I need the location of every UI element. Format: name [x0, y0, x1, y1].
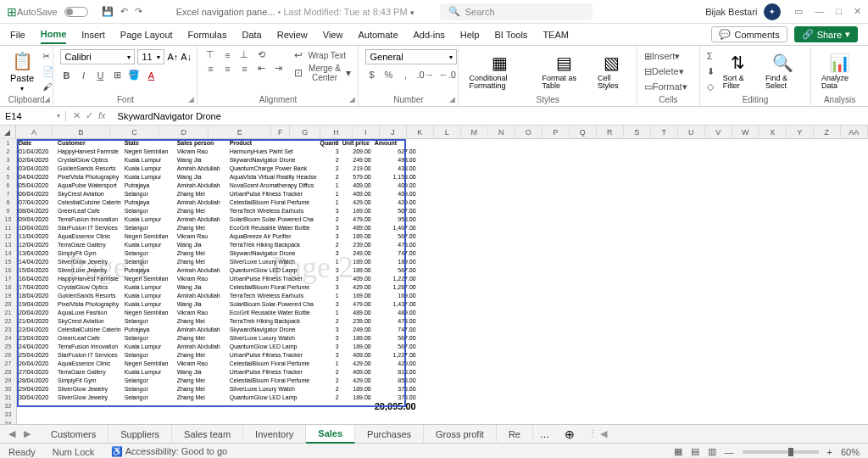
sheet-tab-suppliers[interactable]: Suppliers	[108, 425, 172, 444]
clear-icon[interactable]: ◇	[707, 80, 715, 93]
col-header[interactable]: P	[542, 126, 570, 139]
currency-icon[interactable]: $	[365, 70, 377, 80]
enter-formula-icon[interactable]: ✓	[86, 110, 93, 121]
align-top-icon[interactable]: ⊤	[204, 49, 216, 60]
fill-icon[interactable]: ⬇	[707, 64, 715, 78]
percent-icon[interactable]: %	[382, 70, 394, 80]
fx-icon[interactable]: fx	[98, 110, 106, 121]
ribbon-mode-icon[interactable]: ▭	[794, 6, 803, 17]
dec-decimal-icon[interactable]: ←.0	[439, 70, 456, 80]
font-color-icon[interactable]: A	[145, 70, 157, 81]
tab-file[interactable]: File	[10, 26, 25, 43]
align-left-icon[interactable]: ≡	[204, 64, 216, 74]
autosave-toggle[interactable]: AutoSave	[17, 7, 92, 17]
font-name-combo[interactable]: Calibri▾	[60, 49, 135, 64]
sheet-prev-icon[interactable]: ◀	[8, 428, 15, 439]
sheet-tab-sales-team[interactable]: Sales team	[172, 425, 243, 444]
sheet-tab-sales[interactable]: Sales	[306, 425, 355, 444]
col-header[interactable]: Q	[570, 126, 597, 139]
col-header[interactable]: M	[461, 126, 488, 139]
align-bottom-icon[interactable]: ⊥	[238, 49, 250, 60]
increase-font-icon[interactable]: A↑	[167, 52, 178, 62]
sheet-tab-purchases[interactable]: Purchases	[355, 425, 424, 444]
tab-add-ins[interactable]: Add-ins	[414, 26, 445, 43]
view-normal-icon[interactable]: ▦	[674, 446, 682, 457]
zoom-out-icon[interactable]: —	[725, 447, 734, 457]
col-header[interactable]: I	[353, 126, 380, 139]
align-center-icon[interactable]: ≡	[221, 64, 233, 74]
col-header[interactable]: N	[488, 126, 515, 139]
sort-filter-button[interactable]: ⇅Sort & Filter	[720, 49, 757, 93]
cut-icon[interactable]: ✂	[42, 49, 54, 63]
new-sheet-icon[interactable]: ⊕	[556, 427, 583, 441]
col-header[interactable]: T	[651, 126, 678, 139]
col-header[interactable]: F	[271, 126, 291, 139]
col-header[interactable]: K	[407, 126, 434, 139]
insert-button[interactable]: ⊞ Insert ▾	[644, 49, 687, 63]
orientation-icon[interactable]: ⟲	[255, 49, 267, 60]
user-account[interactable]: Bijak Bestari✦	[705, 3, 781, 20]
align-middle-icon[interactable]: ≡	[221, 50, 233, 60]
italic-icon[interactable]: I	[77, 70, 89, 81]
view-pagebreak-icon[interactable]: ▥	[708, 446, 716, 457]
dialog-launcher-icon[interactable]: ◢	[349, 95, 355, 103]
col-header[interactable]: R	[597, 126, 624, 139]
zoom-slider[interactable]	[743, 450, 819, 454]
conditional-formatting-button[interactable]: ▦Conditional Formatting	[465, 49, 533, 93]
col-header[interactable]: Y	[787, 126, 814, 139]
dialog-launcher-icon[interactable]: ◢	[449, 95, 455, 103]
col-header[interactable]: S	[624, 126, 651, 139]
copy-icon[interactable]: 📄	[42, 64, 54, 78]
col-header[interactable]: D	[159, 126, 209, 139]
column-headers[interactable]: ◢ ABCDEFGHIJKLMNOPQRSTUVWXYZAA	[0, 126, 868, 139]
analyze-data-button[interactable]: 📊Analyze Data	[818, 49, 861, 93]
col-header[interactable]: A	[16, 126, 53, 139]
status-accessibility[interactable]: ♿ Accessibility: Good to go	[111, 446, 227, 457]
col-header[interactable]: Z	[814, 126, 841, 139]
close-icon[interactable]: ✕	[854, 6, 861, 17]
col-header[interactable]: X	[760, 126, 787, 139]
col-header[interactable]: O	[515, 126, 542, 139]
maximize-icon[interactable]: □	[836, 6, 842, 17]
dialog-launcher-icon[interactable]: ◢	[44, 95, 50, 103]
share-button[interactable]: 🔗 Share ▾	[794, 26, 858, 42]
paste-button[interactable]: 📋Paste▾	[7, 49, 37, 93]
tab-formulas[interactable]: Formulas	[188, 26, 227, 43]
border-icon[interactable]: ⊞	[111, 70, 123, 81]
redo-icon[interactable]: ↷	[135, 6, 142, 17]
col-header[interactable]: U	[678, 126, 705, 139]
dialog-launcher-icon[interactable]: ◢	[188, 95, 194, 103]
cancel-formula-icon[interactable]: ✕	[73, 110, 81, 121]
tab-bi-tools[interactable]: BI Tools	[494, 26, 527, 43]
name-box[interactable]: E14▾	[0, 111, 66, 121]
format-button[interactable]: ▭ Format ▾	[644, 80, 687, 93]
tab-automate[interactable]: Automate	[358, 26, 398, 43]
tab-data[interactable]: Data	[242, 26, 261, 43]
col-header[interactable]: C	[110, 126, 159, 139]
search-box[interactable]: 🔍 Search	[440, 3, 593, 20]
tab-view[interactable]: View	[323, 26, 343, 43]
tab-page-layout[interactable]: Page Layout	[120, 26, 173, 43]
cell-styles-button[interactable]: ▧Cell Styles	[594, 49, 630, 93]
tab-review[interactable]: Review	[277, 26, 308, 43]
tab-help[interactable]: Help	[460, 26, 480, 43]
formula-bar[interactable]: SkywardNavigator Drone	[113, 111, 868, 121]
view-pagelayout-icon[interactable]: ▤	[691, 446, 699, 457]
sheet-tab-inventory[interactable]: Inventory	[243, 425, 306, 444]
select-all-triangle[interactable]: ◢	[0, 126, 16, 139]
col-header[interactable]: W	[732, 126, 760, 139]
data-table[interactable]: DateCustomerStateSales personProductQuan…	[17, 139, 418, 412]
format-as-table-button[interactable]: ▤Format as Table	[539, 49, 589, 93]
zoom-level[interactable]: 60%	[841, 447, 860, 457]
format-painter-icon[interactable]: 🖌	[42, 80, 54, 93]
align-right-icon[interactable]: ≡	[238, 64, 250, 74]
col-header[interactable]: L	[434, 126, 461, 139]
col-header[interactable]: B	[53, 126, 110, 139]
font-size-combo[interactable]: 11▾	[137, 49, 164, 64]
tab-insert[interactable]: Insert	[81, 26, 105, 43]
sheet-next-icon[interactable]: ▶	[24, 428, 31, 439]
col-header[interactable]: H	[320, 126, 353, 139]
zoom-in-icon[interactable]: +	[827, 447, 832, 457]
col-header[interactable]: E	[209, 126, 270, 139]
tab-home[interactable]: Home	[41, 25, 67, 44]
